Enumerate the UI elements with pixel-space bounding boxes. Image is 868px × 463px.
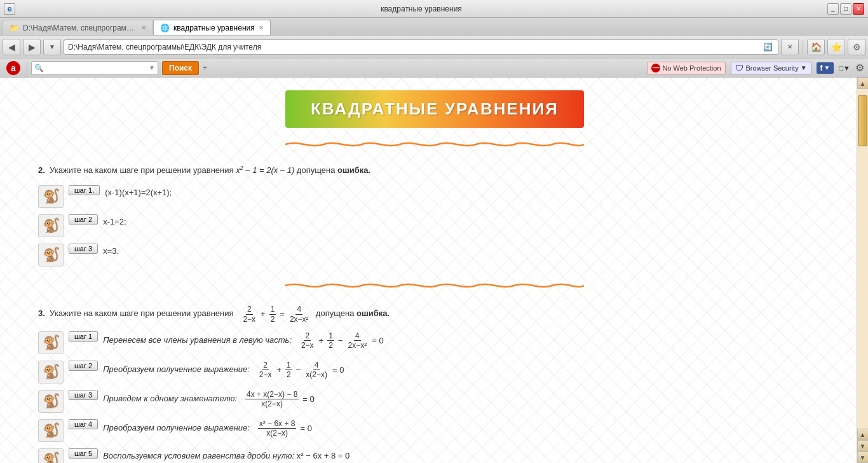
step-2-3-btn[interactable]: шаг 3	[69, 244, 98, 254]
step-3-5-content: Воспользуемся условием равенства дроби н…	[103, 448, 349, 463]
security-area: — No Web Protection 🛡 Browser Security ▼…	[647, 62, 864, 74]
title-bar: e квадратные уравнения _ □ ✕	[0, 0, 868, 18]
monkey-icon-3-2: 🐒	[38, 361, 64, 384]
refresh-btn[interactable]: 🔄	[761, 41, 774, 53]
avira-logo: a	[4, 60, 23, 76]
address-bar-wrap: 🔄	[64, 39, 778, 55]
monkey-icon-3-1: 🐒	[38, 331, 64, 354]
tab-1[interactable]: 📁 D:\Надя\Матем. спецпрограммы\ЕДК\ЭДК д…	[3, 20, 153, 35]
home-btn[interactable]: 🏠	[807, 39, 825, 55]
step-3-5-row: 🐒 шаг 5 Воспользуемся условием равенства…	[38, 448, 831, 463]
step-2-2-btn[interactable]: шаг 2	[69, 214, 98, 225]
tab-bar: 📁 D:\Надя\Матем. спецпрограммы\ЕДК\ЭДК д…	[0, 18, 868, 36]
browser-security-dropdown[interactable]: ▼	[801, 64, 807, 71]
tools-btn[interactable]: ⚙	[848, 39, 865, 55]
scroll-down-btn[interactable]: ▼	[857, 452, 869, 463]
step-2-2-row: 🐒 шаг 2 x-1=2;	[38, 214, 831, 237]
favorites-btn[interactable]: ⭐	[827, 39, 845, 55]
tab1-favicon: 📁	[10, 24, 19, 32]
step-3-4-row: 🐒 шаг 4 Преобразуем полученное выражение…	[38, 419, 831, 442]
wavy-divider-2	[285, 279, 584, 292]
scroll-up-btn[interactable]: ▲	[857, 78, 869, 89]
title-banner: КВАДРАТНЫЕ УРАВНЕНИЯ	[285, 90, 584, 128]
step-3-3-content: Приведем к одному знаменателю: 4x + x(2−…	[103, 390, 315, 409]
ie-logo-btn: e	[4, 3, 15, 15]
step-3-1-btn[interactable]: шаг 1	[69, 331, 98, 342]
step-2-3-content: x=3.	[103, 244, 119, 258]
add-search-btn[interactable]: +	[203, 64, 207, 73]
gear-settings-btn[interactable]: ⚙	[855, 62, 864, 74]
facebook-btn[interactable]: f ▼	[817, 62, 834, 74]
shield-icon: 🛡	[735, 64, 744, 73]
step-3-2-btn[interactable]: шаг 2	[69, 361, 98, 371]
monkey-icon-3-4: 🐒	[38, 419, 64, 442]
content-area: КВАДРАТНЫЕ УРАВНЕНИЯ 2. Укажите на каком…	[0, 78, 868, 463]
close-btn[interactable]: ✕	[853, 3, 864, 15]
tab2-label: квадратные уравнения	[173, 24, 255, 32]
page-title: КВАДРАТНЫЕ УРАВНЕНИЯ	[298, 99, 571, 119]
question3-text: 3. Укажите на каком шаге при решении ура…	[38, 305, 831, 324]
browser-security-label: Browser Security	[746, 64, 799, 72]
step-2-1-row: 🐒 шаг 1. (x-1)(x+1)=2(x+1);	[38, 185, 831, 208]
step-3-3-row: 🐒 шаг 3 Приведем к одному знаменателю: 4…	[38, 390, 831, 413]
tab1-label: D:\Надя\Матем. спецпрограммы\ЕДК\ЭДК для…	[23, 24, 137, 32]
browser-window: e квадратные уравнения _ □ ✕ 📁 D:\Надя\М…	[0, 0, 868, 463]
facebook-icon: f	[820, 64, 823, 73]
address-bar[interactable]	[68, 43, 761, 52]
step-3-1-row: 🐒 шаг 1 Перенесем все члены уравнения в …	[38, 331, 831, 354]
search-input[interactable]	[46, 64, 149, 73]
question-3: 3. Укажите на каком шаге при решении ура…	[38, 305, 831, 463]
tab2-close[interactable]: ✕	[259, 24, 264, 31]
facebook-dropdown[interactable]: ▼	[824, 64, 831, 71]
step-2-2-content: x-1=2;	[103, 214, 126, 229]
recent-btn[interactable]: ▼	[43, 39, 61, 55]
monkey-icon-2-2: 🐒	[38, 214, 64, 237]
scrollbar-inner[interactable]	[857, 89, 868, 429]
forward-btn[interactable]: ▶	[23, 39, 41, 55]
extra-btn[interactable]: □▼	[839, 64, 850, 72]
step-3-5-btn[interactable]: шаг 5	[69, 448, 98, 459]
monkey-icon-3-5: 🐒	[38, 448, 64, 463]
step-2-1-content: (x-1)(x+1)=2(x+1);	[105, 185, 172, 200]
back-btn[interactable]: ◀	[3, 39, 20, 55]
search-dropdown-icon[interactable]: ▼	[149, 64, 155, 71]
step-3-1-content: Перенесем все члены уравнения в левую ча…	[103, 331, 383, 350]
nav-bar: ◀ ▶ ▼ 🔄 ✕ 🏠 ⭐ ⚙	[0, 36, 868, 59]
search-icon: 🔍	[34, 64, 44, 73]
scrollbar-thumb[interactable]	[858, 95, 867, 146]
tab2-favicon: 🌐	[160, 24, 170, 32]
step-3-3-btn[interactable]: шаг 3	[69, 390, 98, 400]
search-button[interactable]: Поиск	[162, 61, 199, 75]
question2-number: 2.	[38, 165, 45, 175]
step-3-4-btn[interactable]: шаг 4	[69, 419, 98, 429]
question2-text: 2. Укажите на каком шаге при решении ура…	[38, 163, 831, 177]
step-2-3-row: 🐒 шаг 3 x=3.	[38, 244, 831, 266]
scroll-page-down-btn[interactable]: ▼	[857, 440, 869, 452]
search-wrap: 🔍 ▼	[31, 61, 158, 75]
title-bar-left: e	[4, 3, 15, 15]
no-web-protection-label: No Web Protection	[662, 64, 721, 72]
no-web-protection-badge[interactable]: — No Web Protection	[647, 62, 725, 74]
stop-icon: —	[651, 64, 660, 73]
browser-security-badge[interactable]: 🛡 Browser Security ▼	[731, 62, 811, 74]
minimize-btn[interactable]: _	[827, 3, 839, 15]
stop-btn[interactable]: ✕	[781, 39, 799, 55]
page-inner: КВАДРАТНЫЕ УРАВНЕНИЯ 2. Укажите на каком…	[0, 78, 857, 463]
step-3-2-content: Преобразуем полученное выражение: 22−x +…	[103, 361, 344, 380]
tab1-close[interactable]: ✕	[141, 24, 146, 31]
toolbar-divider1	[27, 62, 27, 74]
toolbar-row: a 🔍 ▼ Поиск + — No Web Protection 🛡 Brow…	[0, 59, 868, 78]
tab-2[interactable]: 🌐 квадратные уравнения ✕	[153, 20, 271, 35]
scrollbar-track: ▲ ▲ ▼ ▼	[857, 78, 868, 463]
step-3-4-content: Преобразуем полученное выражение: x² − 6…	[103, 419, 312, 438]
title-bar-controls: _ □ ✕	[827, 3, 864, 15]
scroll-page-up-btn[interactable]: ▲	[857, 429, 869, 440]
page-content[interactable]: КВАДРАТНЫЕ УРАВНЕНИЯ 2. Укажите на каком…	[0, 78, 857, 463]
maximize-btn[interactable]: □	[840, 3, 851, 15]
question3-equation: 22−x + 12 = 42x−x²	[240, 305, 311, 324]
step-2-1-btn[interactable]: шаг 1.	[69, 185, 100, 195]
monkey-icon-3-3: 🐒	[38, 390, 64, 413]
wavy-divider-1	[285, 138, 584, 151]
question3-number: 3.	[38, 308, 45, 318]
question-2: 2. Укажите на каком шаге при решении ура…	[38, 163, 831, 266]
